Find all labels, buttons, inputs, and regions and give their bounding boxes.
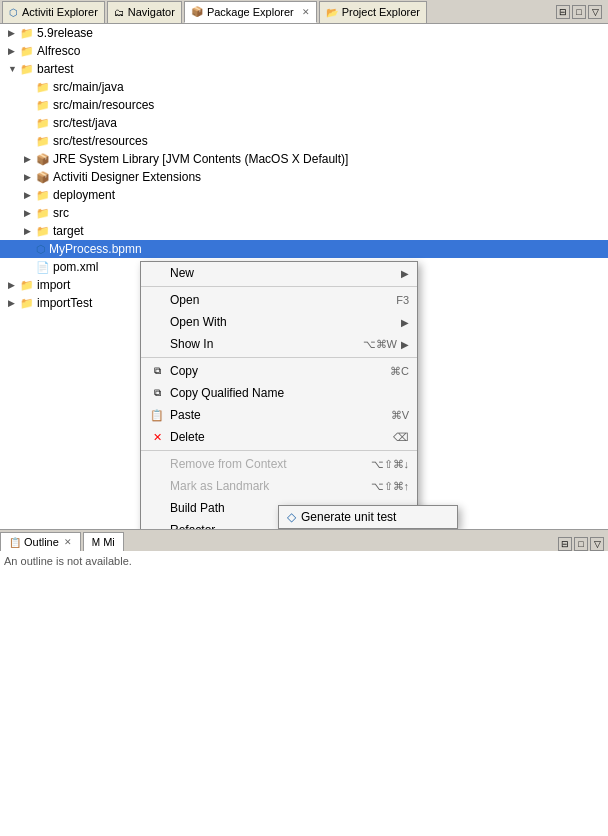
cm-delete[interactable]: ✕ Delete ⌫ (141, 426, 417, 448)
cm-copy-qualified[interactable]: ⧉ Copy Qualified Name (141, 382, 417, 404)
copy-icon: ⧉ (149, 363, 165, 379)
tree-item-myprocess[interactable]: ⬡ MyProcess.bpmn (0, 240, 608, 258)
tree-panel: ▶ 📁 5.9release ▶ 📁 Alfresco ▼ 📁 bartest … (0, 24, 608, 529)
tab-package-explorer[interactable]: 📦 Package Explorer ✕ (184, 1, 317, 23)
tree-arrow: ▶ (24, 190, 36, 200)
tree-label: deployment (53, 188, 115, 202)
tree-arrow: ▶ (8, 46, 20, 56)
tree-arrow: ▶ (24, 208, 36, 218)
cm-open-with[interactable]: Open With ▶ (141, 311, 417, 333)
generate-unit-test-item[interactable]: ◇ Generate unit test (279, 506, 457, 528)
cm-paste[interactable]: 📋 Paste ⌘V (141, 404, 417, 426)
cm-new[interactable]: New ▶ (141, 262, 417, 284)
tree-label: bartest (37, 62, 74, 76)
view-menu-button[interactable]: ▽ (588, 5, 602, 19)
tree-item-src-test-java[interactable]: 📁 src/test/java (0, 114, 608, 132)
tree-label: target (53, 224, 84, 238)
folder-icon: 📁 (20, 297, 34, 310)
project-explorer-icon: 📂 (326, 7, 338, 18)
tree-arrow: ▶ (24, 172, 36, 182)
tab-activiti-explorer[interactable]: ⬡ Activiti Explorer (2, 1, 105, 23)
mark-landmark-icon (149, 478, 165, 494)
open-icon (149, 292, 165, 308)
show-in-icon (149, 336, 165, 352)
folder-icon: 📁 (36, 135, 50, 148)
tab-label: Package Explorer (207, 6, 294, 18)
cm-mark-landmark[interactable]: Mark as Landmark ⌥⇧⌘↑ (141, 475, 417, 497)
bottom-minimize-button[interactable]: ⊟ (558, 537, 572, 551)
outline-text: An outline is not available. (4, 555, 132, 567)
tree-label: MyProcess.bpmn (49, 242, 142, 256)
main-area: ▶ 📁 5.9release ▶ 📁 Alfresco ▼ 📁 bartest … (0, 24, 608, 836)
folder-icon: 📁 (36, 189, 50, 202)
tree-item-bartest[interactable]: ▼ 📁 bartest (0, 60, 608, 78)
folder-icon: 📁 (36, 81, 50, 94)
cm-remove-context[interactable]: Remove from Context ⌥⇧⌘↓ (141, 453, 417, 475)
tree-item-activiti-ext[interactable]: ▶ 📦 Activiti Designer Extensions (0, 168, 608, 186)
tab-mi[interactable]: M Mi (83, 532, 124, 551)
tree-item-src-main-res[interactable]: 📁 src/main/resources (0, 96, 608, 114)
outline-icon: 📋 (9, 537, 21, 548)
tab-navigator[interactable]: 🗂 Navigator (107, 1, 182, 23)
cm-copy[interactable]: ⧉ Copy ⌘C (141, 360, 417, 382)
tab-bar: ⬡ Activiti Explorer 🗂 Navigator 📦 Packag… (0, 0, 608, 24)
bottom-maximize-button[interactable]: □ (574, 537, 588, 551)
bpmn-icon: ⬡ (36, 243, 46, 256)
tab-project-explorer[interactable]: 📂 Project Explorer (319, 1, 427, 23)
jar-icon: 📦 (36, 153, 50, 166)
folder-icon: 📁 (36, 99, 50, 112)
new-icon (149, 265, 165, 281)
tab-outline[interactable]: 📋 Outline ✕ (0, 532, 81, 551)
folder-icon: 📁 (20, 45, 34, 58)
context-menu: New ▶ Open F3 Open With ▶ (140, 261, 418, 529)
delete-icon: ✕ (149, 429, 165, 445)
show-in-arrow: ▶ (401, 339, 409, 350)
tree-arrow: ▶ (24, 226, 36, 236)
activiti-submenu: ◇ Generate unit test (278, 505, 458, 529)
cm-open[interactable]: Open F3 (141, 289, 417, 311)
separator-2 (141, 357, 417, 358)
tab-close-button[interactable]: ✕ (302, 7, 310, 17)
tree-arrow: ▶ (8, 298, 20, 308)
bottom-tab-bar: 📋 Outline ✕ M Mi ⊟ □ ▽ (0, 529, 608, 551)
navigator-icon: 🗂 (114, 7, 124, 18)
tree-item-release[interactable]: ▶ 📁 5.9release (0, 24, 608, 42)
file-icon: 📄 (36, 261, 50, 274)
refactor-icon (149, 522, 165, 529)
build-path-icon (149, 500, 165, 516)
remove-context-icon (149, 456, 165, 472)
tree-item-src-main-java[interactable]: 📁 src/main/java (0, 78, 608, 96)
panel-controls: ⊟ □ ▽ (556, 5, 606, 19)
folder-icon: 📁 (36, 207, 50, 220)
tree-item-alfresco[interactable]: ▶ 📁 Alfresco (0, 42, 608, 60)
tree-label: JRE System Library [JVM Contents (MacOS … (53, 152, 348, 166)
jar-icon: 📦 (36, 171, 50, 184)
folder-icon: 📁 (36, 117, 50, 130)
tree-item-deployment[interactable]: ▶ 📁 deployment (0, 186, 608, 204)
tree-arrow: ▶ (8, 280, 20, 290)
mi-icon: M (92, 537, 100, 548)
tree-item-jre[interactable]: ▶ 📦 JRE System Library [JVM Contents (Ma… (0, 150, 608, 168)
minimize-button[interactable]: ⊟ (556, 5, 570, 19)
paste-icon: 📋 (149, 407, 165, 423)
tree-label: src/main/resources (53, 98, 154, 112)
tree-label: src/main/java (53, 80, 124, 94)
tree-item-src-test-res[interactable]: 📁 src/test/resources (0, 132, 608, 150)
bottom-view-menu-button[interactable]: ▽ (590, 537, 604, 551)
tree-arrow: ▶ (24, 154, 36, 164)
cm-show-in[interactable]: Show In ⌥⌘W ▶ (141, 333, 417, 355)
tree-label: Alfresco (37, 44, 80, 58)
tree-item-src[interactable]: ▶ 📁 src (0, 204, 608, 222)
folder-icon: 📁 (36, 225, 50, 238)
separator-3 (141, 450, 417, 451)
tree-item-target[interactable]: ▶ 📁 target (0, 222, 608, 240)
tree-label: pom.xml (53, 260, 98, 274)
tree-label: Activiti Designer Extensions (53, 170, 201, 184)
tree-label: src/test/java (53, 116, 117, 130)
tree-arrow: ▶ (8, 28, 20, 38)
bottom-area: 📋 Outline ✕ M Mi ⊟ □ ▽ An outline is not… (0, 529, 608, 836)
tree-label: import (37, 278, 70, 292)
outline-content: An outline is not available. (0, 551, 608, 836)
outline-close-icon[interactable]: ✕ (64, 537, 72, 547)
maximize-button[interactable]: □ (572, 5, 586, 19)
